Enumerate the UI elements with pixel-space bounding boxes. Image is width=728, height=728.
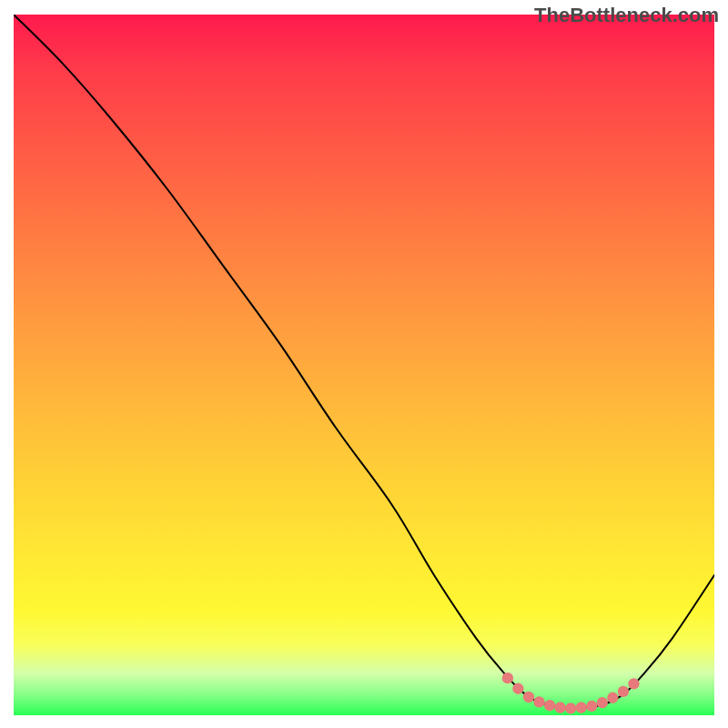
optimal-marker-dot [554, 702, 565, 713]
optimal-marker-dot [628, 678, 639, 689]
optimal-marker-dot [502, 672, 513, 683]
optimal-marker-dot [523, 692, 534, 703]
optimal-marker-dot [586, 701, 597, 712]
plot-area [14, 15, 714, 715]
optimal-marker-dot [597, 697, 608, 708]
chart-container: TheBottleneck.com [0, 0, 728, 728]
chart-svg [14, 15, 714, 715]
optimal-marker-dot [565, 703, 576, 713]
optimal-marker-dot [533, 696, 544, 707]
watermark-text: TheBottleneck.com [534, 4, 719, 27]
bottleneck-curve-line [14, 15, 714, 708]
optimal-marker-dot [618, 686, 629, 697]
optimal-marker-dot [544, 700, 555, 711]
optimal-marker-dot [576, 702, 587, 713]
optimal-marker-dot [512, 683, 523, 694]
optimal-marker-dot [607, 693, 618, 703]
